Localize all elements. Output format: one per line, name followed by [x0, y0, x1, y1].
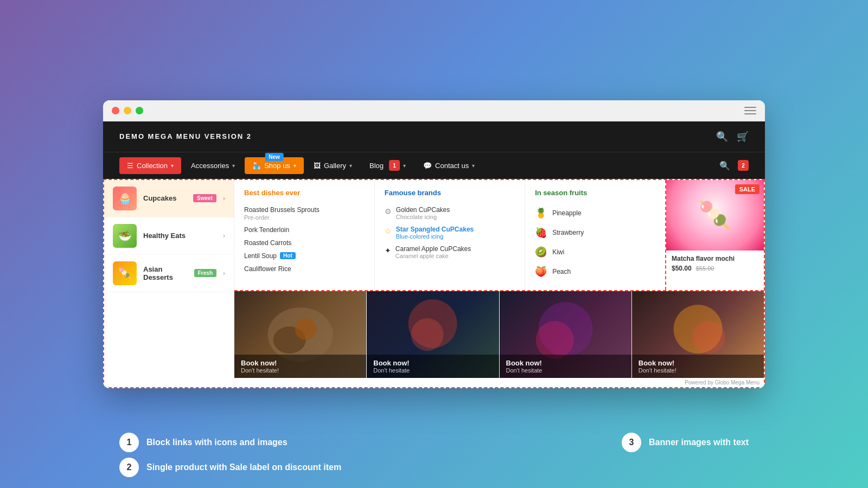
dish-brussels[interactable]: Roasted Brussels Sprouts Pre-order	[244, 203, 365, 223]
brussels-sub: Pre-order	[244, 214, 320, 221]
menu-gallery[interactable]: 🖼 Gallery ▾	[306, 157, 360, 174]
dish-cauliflower[interactable]: Cauliflower Rice	[244, 262, 365, 275]
fruit-strawberry[interactable]: 🍓 Strawberry	[535, 223, 655, 242]
num2-badge: 2	[738, 160, 749, 171]
menu-blog[interactable]: Blog 1 ▾	[362, 156, 413, 175]
dish-lentil[interactable]: Lentil Soup Hot	[244, 249, 365, 262]
kiwi-label: Kiwi	[552, 248, 564, 256]
contact-icon: 💬	[423, 162, 432, 170]
peach-label: Peach	[552, 268, 571, 275]
banner-2[interactable]: Book now! Don't hesitate	[367, 291, 499, 378]
menu-shop[interactable]: New 🏪 Shop us ▾	[245, 157, 304, 174]
brand-title: DEMO MEGA MENU VERSION 2	[119, 132, 252, 140]
banner-title-1: Book now!	[241, 359, 360, 367]
caramel-sub: Caramel apple cake	[395, 253, 471, 259]
fruit-pineapple[interactable]: 🍍 Pineapple	[535, 203, 655, 223]
hamburger-icon[interactable]	[744, 107, 756, 114]
anno-circle-3: 3	[622, 433, 641, 452]
sidebar-item-cupcakes[interactable]: 🧁 Cupcakes Sweet ›	[104, 180, 234, 217]
annotation-3: 3 Banner images with text	[622, 433, 749, 452]
dish-carrots[interactable]: Roasted Carrots	[244, 236, 365, 249]
col-fruits: In season fruits 🍍 Pineapple 🍓 Strawberr…	[525, 180, 666, 290]
pineapple-label: Pineapple	[552, 209, 581, 217]
price-new: $50.00	[672, 265, 692, 272]
shop-badge-new: New	[265, 153, 284, 161]
navbar-icons: 🔍 🛒	[716, 131, 749, 143]
banner-overlay-4: Book now! Don't hesitate!	[632, 355, 764, 378]
dot-green[interactable]	[136, 107, 143, 114]
brand-star-spangled[interactable]: ☆ Star Spangled CuPCakes Blue-colored ic…	[385, 223, 515, 242]
cupcakes-label: Cupcakes	[143, 194, 187, 202]
banner-3[interactable]: Book now! Don't hesitate	[500, 291, 632, 378]
healthy-arrow: ›	[223, 232, 225, 240]
dish-pork[interactable]: Pork Tenderloin	[244, 223, 365, 236]
anno-circle-2: 2	[119, 458, 139, 477]
menubar-search-icon[interactable]: 🔍	[719, 160, 730, 171]
mega-bottom-banners: Book now! Don't hesitate! Book now! Don'…	[234, 291, 764, 378]
asian-thumb: 🍡	[113, 261, 137, 285]
svg-point-4	[411, 318, 444, 351]
banner-4[interactable]: Book now! Don't hesitate!	[632, 291, 764, 378]
star-name: Star Spangled CuPCakes	[396, 226, 474, 233]
banner-title-3: Book now!	[506, 359, 625, 367]
menubar: ☰ Collection ▾ Accessories ▾ New 🏪 Shop …	[103, 152, 765, 179]
fruit-peach[interactable]: 🍑 Peach	[535, 262, 655, 281]
pineapple-emoji: 🍍	[535, 207, 547, 219]
search-icon[interactable]: 🔍	[716, 131, 728, 143]
banner-title-2: Book now!	[373, 359, 492, 367]
banner-overlay-2: Book now! Don't hesitate	[367, 355, 499, 378]
product-info: Matcha flavor mochi $50.00 $55.00	[666, 251, 764, 277]
hot-badge: Hot	[280, 252, 296, 259]
fruits-title: In season fruits	[535, 189, 655, 197]
pork-name: Pork Tenderloin	[244, 226, 289, 234]
col-brands: Famouse brands ⚙ Golden CuPCakes Chocola…	[375, 180, 525, 290]
kiwi-emoji: 🥝	[535, 246, 547, 258]
mega-top: Best dishes ever Roasted Brussels Sprout…	[234, 180, 764, 291]
star-sub: Blue-colored icing	[396, 233, 474, 240]
anno-circle-1: 1	[119, 433, 139, 452]
banner-title-4: Book now!	[639, 359, 757, 367]
col-best-dishes: Best dishes ever Roasted Brussels Sprout…	[234, 180, 375, 290]
contact-label: Contact us	[435, 162, 469, 170]
browser-dots	[112, 107, 143, 114]
shop-icon: 🏪	[252, 162, 261, 170]
browser-window: DEMO MEGA MENU VERSION 2 🔍 🛒 ☰ Collectio…	[103, 100, 765, 388]
asian-arrow: ›	[223, 269, 225, 277]
mega-menu: 🧁 Cupcakes Sweet › 🥗 Healthy Eats › 🍡 As…	[103, 179, 765, 388]
collection-icon: ☰	[127, 162, 133, 170]
menu-accessories[interactable]: Accessories ▾	[183, 157, 242, 174]
asian-label: Asian Desserts	[143, 265, 188, 281]
mega-main-content: Best dishes ever Roasted Brussels Sprout…	[234, 180, 764, 387]
golden-sub: Chocolate icing	[396, 214, 450, 220]
cart-icon[interactable]: 🛒	[737, 131, 749, 143]
svg-point-8	[692, 321, 725, 354]
menu-collection[interactable]: ☰ Collection ▾	[119, 157, 181, 174]
annotation-1: 1 Block links with icons and images	[119, 433, 288, 452]
blog-label: Blog	[369, 162, 384, 170]
shop-label: Shop us	[264, 162, 290, 170]
brand-golden[interactable]: ⚙ Golden CuPCakes Chocolate icing	[385, 203, 515, 223]
menu-contact[interactable]: 💬 Contact us ▾	[416, 157, 482, 174]
banner-sub-4: Don't hesitate!	[639, 367, 757, 374]
sale-badge: SALE	[735, 184, 760, 194]
sidebar-item-asian[interactable]: 🍡 Asian Desserts Fresh ›	[104, 255, 234, 292]
accessories-label: Accessories	[191, 162, 229, 170]
banner-overlay-3: Book now! Don't hesitate	[500, 355, 631, 378]
star-icon: ☆	[385, 227, 392, 235]
dot-yellow[interactable]	[124, 107, 131, 114]
sweet-badge: Sweet	[193, 194, 216, 202]
browser-chrome	[103, 100, 765, 121]
brand-caramel[interactable]: ✦ Caramel Apple CuPCakes Caramel apple c…	[385, 242, 515, 262]
dot-red[interactable]	[112, 107, 119, 114]
healthy-thumb: 🥗	[113, 224, 137, 248]
banner-sub-2: Don't hesitate	[373, 367, 492, 374]
banner-sub-3: Don't hesitate	[506, 367, 625, 374]
svg-point-2	[295, 318, 317, 340]
peach-emoji: 🍑	[535, 266, 547, 278]
gear-icon: ⚙	[385, 207, 392, 216]
cupcakes-arrow: ›	[223, 195, 225, 202]
banner-1[interactable]: Book now! Don't hesitate!	[234, 291, 367, 378]
sidebar-item-healthy[interactable]: 🥗 Healthy Eats ›	[104, 217, 234, 255]
fruit-kiwi[interactable]: 🥝 Kiwi	[535, 242, 655, 262]
banner-overlay-1: Book now! Don't hesitate!	[234, 355, 366, 378]
